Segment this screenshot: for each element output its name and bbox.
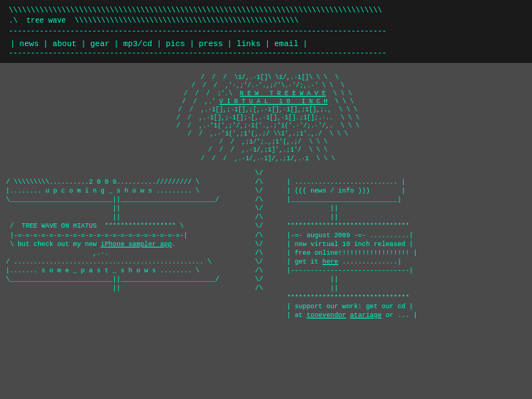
vendor-line: | at tonevendor atariage or ... | bbox=[283, 312, 418, 319]
nav-mp3cd[interactable]: mp3/cd bbox=[120, 40, 155, 48]
iphone-link[interactable]: iPhone sampler app bbox=[101, 241, 172, 248]
right-spacer2: || bbox=[283, 285, 339, 292]
stars1: ******************************* bbox=[283, 223, 410, 230]
header-art: \\\\\\\\\\\\\\\\\\\\\\\\\\\\\\\\\\\\\\\\… bbox=[9, 6, 523, 37]
nav-sep1: | bbox=[43, 40, 48, 48]
past-header: / ......................................… bbox=[6, 258, 211, 266]
virtual-line: | new virtual 10 inch released | bbox=[283, 241, 413, 248]
main-content: / \\\\\\\\\..........2 0 0 9..........//… bbox=[0, 166, 532, 332]
ascii-art-section: / / / \1/,.·1[]\ \1/,.·1[]\ \ \ \ / / / … bbox=[0, 63, 532, 166]
info-close: |___________________________| bbox=[283, 196, 402, 204]
iphone-spacer: ,.·. bbox=[6, 250, 108, 257]
past-label: |....... s o m e _ p a s t _ s h o w s .… bbox=[6, 267, 200, 275]
nav-sep4: | bbox=[157, 40, 162, 48]
info-spacer1: || bbox=[283, 205, 339, 212]
nav-bar: | news | about | gear | mp3/cd | pics | … bbox=[9, 40, 523, 48]
nav-email[interactable]: email bbox=[271, 40, 301, 48]
upcoming-label: |........ u p c o m i n g _ s h o w s ..… bbox=[6, 187, 200, 195]
upcoming-header: / \\\\\\\\\..........2 0 0 9..........//… bbox=[6, 179, 200, 186]
new-treewave-link[interactable]: N E W T R E E W A V E bbox=[240, 90, 326, 97]
nav-sep2: | bbox=[81, 40, 86, 48]
nav-gear[interactable]: gear bbox=[87, 40, 112, 48]
here-link[interactable]: here bbox=[323, 258, 339, 266]
hiatus-line: / TREE WAVE ON HIATUS ******************… bbox=[6, 223, 184, 230]
header-divider: ----------------------------------------… bbox=[9, 48, 523, 59]
header-section: \\\\\\\\\\\\\\\\\\\\\\\\\\\\\\\\\\\\\\\\… bbox=[0, 0, 532, 63]
upcoming-spacer2: || bbox=[6, 214, 121, 221]
nav-pipe-end: | bbox=[303, 40, 308, 48]
left-panel: / \\\\\\\\\..........2 0 0 9..........//… bbox=[0, 166, 255, 332]
right-panel: | .......................... | | ((( new… bbox=[277, 166, 533, 332]
nav-sep7: | bbox=[265, 40, 270, 48]
nav-pipe: | bbox=[10, 40, 15, 48]
upcoming-close: \__________________________||___________… bbox=[6, 196, 220, 204]
iphone-line: \ but check out my new iPhone sampler ap… bbox=[6, 241, 176, 248]
nav-sep5: | bbox=[190, 40, 195, 48]
nav-news[interactable]: news bbox=[17, 40, 42, 48]
aug-line: |-=- august 2009 -=- ..........| bbox=[283, 232, 413, 239]
info-spacer2: || bbox=[283, 214, 339, 221]
hiatus-sub: |-=-=-=-=-=-=-=-=-=-=-=-=-=-=-=-=-=-=-=-… bbox=[6, 232, 187, 239]
nav-pics[interactable]: pics bbox=[162, 40, 187, 48]
get-line: | get it here ..............| bbox=[283, 258, 402, 266]
tonevendor-link[interactable]: tonevendor bbox=[307, 312, 346, 319]
nav-sep3: | bbox=[114, 40, 119, 48]
past-spacer: || bbox=[6, 285, 121, 292]
right-spacer1: || bbox=[283, 276, 339, 283]
upcoming-spacer1: || bbox=[6, 205, 121, 212]
atariage-link[interactable]: atariage bbox=[350, 312, 381, 319]
info-header: | .......................... | bbox=[283, 179, 405, 186]
info-label: | ((( news / info ))) | bbox=[283, 187, 405, 195]
stars2: ******************************* bbox=[283, 294, 410, 302]
nav-links[interactable]: links bbox=[233, 40, 263, 48]
support-line: | support our work: get our cd | bbox=[283, 303, 413, 310]
nav-press[interactable]: press bbox=[196, 40, 226, 48]
nav-sep6: | bbox=[228, 40, 233, 48]
nav-about[interactable]: about bbox=[50, 40, 80, 48]
free-line: | free online!!!!!!!!!!!!!!!!!! | bbox=[283, 250, 418, 257]
virtual-10-inch-link[interactable]: V I R T U A L 1 0 I N C H bbox=[220, 98, 328, 105]
dash-line: |------------------------------| bbox=[283, 267, 413, 275]
center-divider: \/ /\ \/ /\ \/ /\ \/ /\ \/ /\ \/ /\ \/ /… bbox=[255, 166, 277, 332]
past-close: \__________________________||___________… bbox=[6, 276, 220, 283]
